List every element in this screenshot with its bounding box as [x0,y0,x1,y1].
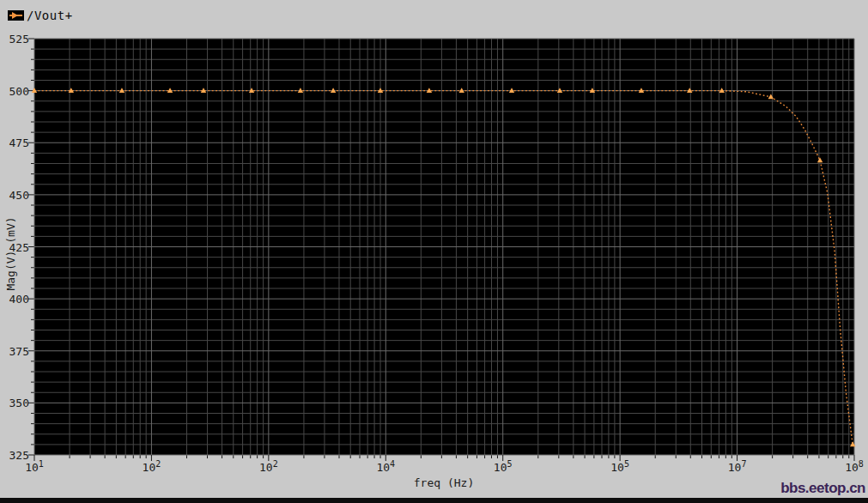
trace-legend-item[interactable]: /Vout+ [8,9,73,22]
waveform-viewer-window: /Vout+ Mag(V) (mV) freq (Hz) 10110210210… [0,0,868,503]
y-tick-label: 375 [0,344,29,357]
y-tick-label: 500 [0,84,29,97]
x-tick-label: 105 [610,461,629,474]
x-tick-label: 108 [845,461,864,474]
x-tick-label: 105 [494,461,513,474]
bottom-border-bar [0,498,868,503]
trace-marker-icon [8,10,24,21]
y-tick-label: 450 [0,188,29,201]
x-axis-title: freq (Hz) [414,476,474,489]
y-tick-label: 475 [0,136,29,149]
x-tick-label: 107 [728,461,747,474]
trace-name: /Vout+ [27,9,73,22]
y-tick-label: 325 [0,449,29,462]
x-tick-label: 102 [143,461,161,474]
y-tick-label: 425 [0,240,29,253]
y-tick-label: 350 [0,397,29,409]
y-tick-label: 525 [0,33,29,45]
plot-area[interactable] [0,0,868,503]
x-tick-label: 104 [376,461,395,474]
x-tick-label: 101 [25,461,44,474]
watermark: bbs.eetop.cn [780,480,865,497]
y-tick-label: 400 [0,293,29,306]
x-tick-label: 102 [259,461,278,474]
